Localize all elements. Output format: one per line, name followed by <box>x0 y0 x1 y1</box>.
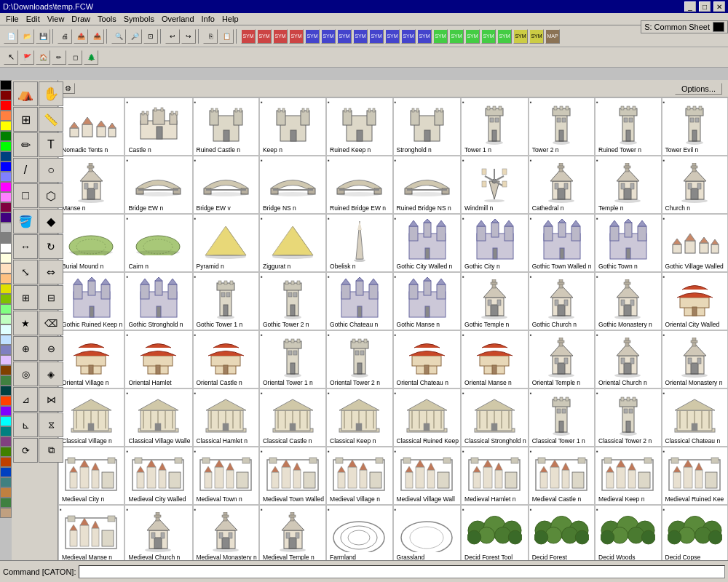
symbol-cell[interactable]: ▪ Bridge NS n <box>259 156 326 214</box>
color-extra8[interactable] <box>0 436 12 447</box>
symbol-cell[interactable]: ▪ Cairn n <box>124 214 192 272</box>
minimize-btn[interactable]: _ <box>684 1 696 12</box>
symbol-cell[interactable]: ▪ Ziggurat n <box>259 214 326 272</box>
symbol-cell[interactable]: ▪ Medieval Temple n <box>259 505 326 560</box>
symbol-cell[interactable]: ▪ Temple n <box>595 156 661 214</box>
color-extra6[interactable] <box>0 416 12 426</box>
print-btn[interactable]: 🖨 <box>58 29 72 44</box>
color-blue[interactable] <box>0 162 12 172</box>
symbol-cell[interactable]: ▪ Oriental Hamlet <box>124 330 192 388</box>
symbol-cell[interactable]: ▪ Decid Forest <box>529 505 595 560</box>
tool-pan[interactable]: ✋ <box>39 81 63 106</box>
color-extra5[interactable] <box>0 406 12 416</box>
symbol-cell[interactable]: ▪ Gothic Town n <box>595 214 661 272</box>
sym-btn12[interactable]: SYM <box>417 29 432 44</box>
symbol-cell[interactable]: ▪ Oriental Village n <box>58 330 124 388</box>
symbol-cell[interactable]: ▪ Classical Tower 2 n <box>595 388 661 447</box>
symbol-cell[interactable]: ▪ Gothic Monastery n <box>595 272 661 330</box>
color-extra15[interactable] <box>0 508 12 518</box>
house-btn[interactable]: 🏠 <box>36 50 50 65</box>
symbol-cell[interactable]: ▪ Grassland <box>393 505 462 560</box>
tool-extra9[interactable]: ⟳ <box>13 438 38 463</box>
color-cyan[interactable] <box>0 324 12 335</box>
tool-zoom[interactable]: ⊞ <box>13 107 38 132</box>
symbol-cell[interactable]: ▪ Gothic City Walled n <box>393 214 462 272</box>
sym-btn8[interactable]: SYM <box>353 29 368 44</box>
symbol-grid-area[interactable]: ▪ Nomadic Tents n▪ Castle n▪ Ruined Cast… <box>58 97 728 560</box>
color-white[interactable] <box>0 243 12 253</box>
symbol-cell[interactable]: ▪ Ruined Tower n <box>595 97 661 156</box>
symbol-cell[interactable]: ▪ Medieval Village n <box>326 447 392 505</box>
tool-mirror[interactable]: ⇔ <box>39 260 63 284</box>
sym-btn11[interactable]: SYM <box>401 29 416 44</box>
zoom-in-btn[interactable]: 🔍 <box>111 29 126 44</box>
symbol-cell[interactable]: ▪ Ruined Bridge NS n <box>393 156 462 214</box>
symbol-cell[interactable]: ▪ Medieval Monastery n <box>193 505 259 560</box>
symbol-cell[interactable]: ▪ Gothic Tower 1 n <box>193 272 259 330</box>
symbol-cell[interactable]: ▪ Classical Chateau n <box>662 388 728 447</box>
symbol-cell[interactable]: ▪ Classical Hamlet n <box>193 388 259 447</box>
menu-draw[interactable]: Draw <box>68 14 93 24</box>
sym-btn4[interactable]: SYM <box>289 29 304 44</box>
color-extra14[interactable] <box>0 498 12 508</box>
symbol-cell[interactable]: ▪ Tower Evil n <box>662 97 728 156</box>
color-magenta[interactable] <box>0 182 12 192</box>
sym-btn9[interactable]: SYM <box>369 29 384 44</box>
tool-line[interactable]: / <box>13 158 38 183</box>
symbol-cell[interactable]: ▪ Ruined Bridge EW n <box>326 156 392 214</box>
sym-btn6[interactable]: SYM <box>321 29 336 44</box>
sym-btn7[interactable]: SYM <box>337 29 352 44</box>
symbol-cell[interactable]: ▪ Obelisk n <box>326 214 392 272</box>
color-extra4[interactable] <box>0 396 12 406</box>
tool-move[interactable]: ↔ <box>13 234 38 259</box>
symbol-cell[interactable]: ▪ Oriental Church n <box>595 330 661 388</box>
menu-view[interactable]: View <box>44 14 68 24</box>
symbol-cell[interactable]: ▪ Medieval Town Walled <box>259 447 326 505</box>
sym-btn18[interactable]: SYM <box>513 29 528 44</box>
maximize-btn[interactable]: □ <box>699 1 711 12</box>
symbol-cell[interactable]: ▪ Church n <box>662 156 728 214</box>
color-yellowgreen[interactable] <box>0 294 12 304</box>
tool-poly[interactable]: ⬡ <box>39 183 63 208</box>
undo-btn[interactable]: ↩ <box>165 29 180 44</box>
import-btn[interactable]: 📥 <box>90 29 104 44</box>
symbol-cell[interactable]: ▪ Classical Castle n <box>259 388 326 447</box>
symbol-cell[interactable]: ▪ Medieval Town n <box>193 447 259 505</box>
sym-btn3[interactable]: SYM <box>273 29 288 44</box>
copy-btn[interactable]: ⎘ <box>203 29 218 44</box>
tool-rotate[interactable]: ↻ <box>39 234 63 259</box>
color-extra7[interactable] <box>0 426 12 436</box>
options-button[interactable]: Options... <box>675 83 722 95</box>
symbol-cell[interactable]: ▪ Gothic Village Walled <box>662 214 728 272</box>
tool-extra3[interactable]: ◎ <box>13 362 38 386</box>
symbol-cell[interactable]: ▪ Gothic Ruined Keep n <box>58 272 124 330</box>
color-darkred[interactable] <box>0 90 12 100</box>
symbol-cell[interactable]: ▪ Gothic Temple n <box>461 272 529 330</box>
tree-btn[interactable]: 🌲 <box>84 50 98 65</box>
tool-erase[interactable]: ⌫ <box>39 311 63 335</box>
symbol-cell[interactable]: ▪ Medieval Hamlet n <box>461 447 529 505</box>
symbol-cell[interactable]: ▪ Manse n <box>58 156 124 214</box>
eraser-btn[interactable]: ◻ <box>68 50 82 65</box>
sheet-selector[interactable]: S: Common Sheet <box>641 20 728 33</box>
symbol-cell[interactable]: ▪ Gothic Manse n <box>393 272 462 330</box>
symbol-cell[interactable]: ▪ Oriental Monastery n <box>662 330 728 388</box>
symbol-cell[interactable]: ▪ Decid Woods <box>595 505 661 560</box>
land-btn[interactable]: MAP <box>545 29 560 44</box>
save-file-btn[interactable]: 💾 <box>36 29 50 44</box>
color-violet[interactable] <box>0 212 12 223</box>
color-black[interactable] <box>0 80 12 90</box>
menu-help[interactable]: Help <box>219 14 242 24</box>
color-purple[interactable] <box>0 202 12 212</box>
symbol-cell[interactable]: ▪ Bridge EW n <box>124 156 192 214</box>
color-olive[interactable] <box>0 284 12 294</box>
menu-overland[interactable]: Overland <box>159 14 197 24</box>
tool-symbol[interactable]: ★ <box>13 311 38 335</box>
color-lavender[interactable] <box>0 355 12 365</box>
symbol-cell[interactable]: ▪ Medieval Church n <box>124 505 192 560</box>
symbol-cell[interactable]: ▪ Gothic Chateau n <box>326 272 392 330</box>
symbol-cell[interactable]: ▪ Castle n <box>124 97 192 156</box>
symbol-cell[interactable]: ▪ Medieval Ruined Kee <box>662 447 728 505</box>
sym-btn16[interactable]: SYM <box>481 29 496 44</box>
zoom-fit-btn[interactable]: ⊡ <box>143 29 158 44</box>
